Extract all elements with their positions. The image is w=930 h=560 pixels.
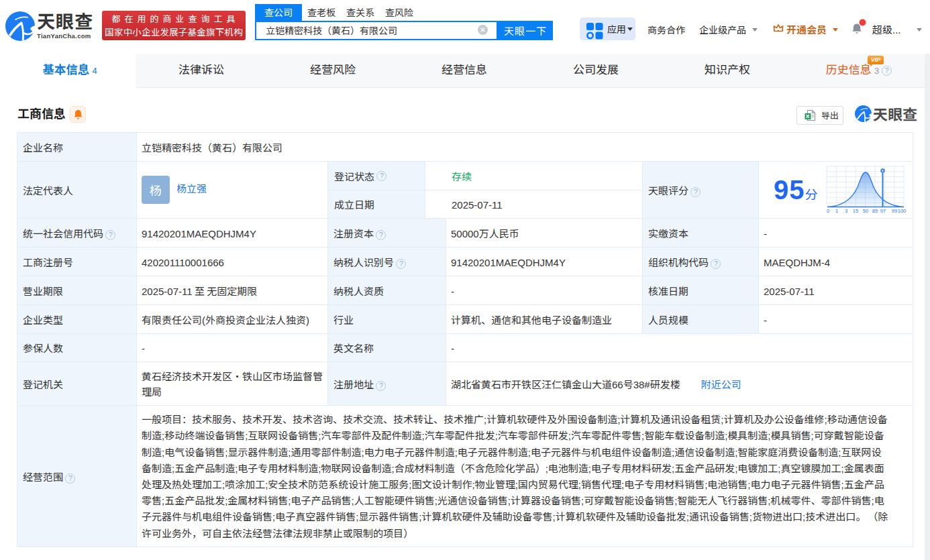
svg-text:0: 0: [827, 208, 829, 214]
svg-text:3: 3: [845, 208, 847, 214]
svg-text:97: 97: [880, 208, 886, 214]
svg-text:15: 15: [853, 208, 858, 214]
svg-text:1: 1: [835, 208, 838, 214]
svg-text:99: 99: [892, 208, 897, 214]
svg-text:100: 100: [898, 208, 907, 214]
svg-text:50: 50: [863, 208, 868, 214]
svg-text:85: 85: [872, 208, 878, 214]
